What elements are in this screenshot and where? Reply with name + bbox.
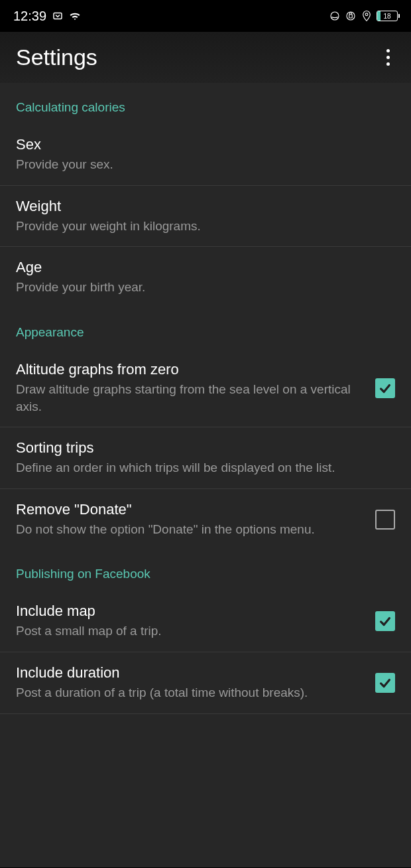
notification-icon xyxy=(52,10,64,22)
battery-percent: 18 xyxy=(383,13,390,20)
svg-point-1 xyxy=(331,12,339,20)
battery-indicator: 18 xyxy=(377,11,398,21)
svg-rect-3 xyxy=(349,15,353,18)
section-header-calories: Calculating calories xyxy=(0,83,411,124)
setting-desc: Post a small map of a trip. xyxy=(16,622,365,640)
setting-desc: Do not show the option "Donate" in the o… xyxy=(16,521,365,538)
clock: 12:39 xyxy=(13,9,46,24)
setting-row-include-duration[interactable]: Include duration Post a duration of a tr… xyxy=(0,652,411,714)
more-options-button[interactable] xyxy=(381,44,395,71)
status-right: 18 xyxy=(329,10,398,22)
location-icon xyxy=(361,10,373,22)
setting-title: Weight xyxy=(16,198,395,215)
setting-row-include-map[interactable]: Include map Post a small map of a trip. xyxy=(0,591,411,652)
setting-desc: Define an order in which trips will be d… xyxy=(16,459,395,476)
settings-content[interactable]: Calculating calories Sex Provide your se… xyxy=(0,83,411,867)
section-header-appearance: Appearance xyxy=(0,308,411,349)
setting-title: Age xyxy=(16,259,395,276)
setting-title: Sorting trips xyxy=(16,439,395,457)
rotation-lock-icon xyxy=(345,10,357,22)
setting-row-weight[interactable]: Weight Provide your weight in kilograms. xyxy=(0,186,411,248)
setting-row-sorting[interactable]: Sorting trips Define an order in which t… xyxy=(0,427,411,489)
setting-row-sex[interactable]: Sex Provide your sex. xyxy=(0,124,411,186)
section-header-facebook: Publishing on Facebook xyxy=(0,549,411,591)
svg-point-2 xyxy=(347,12,355,20)
data-icon xyxy=(329,10,341,22)
setting-row-age[interactable]: Age Provide your birth year. xyxy=(0,247,411,308)
svg-rect-0 xyxy=(54,13,62,19)
page-title: Settings xyxy=(16,44,97,70)
checkbox-duration[interactable] xyxy=(375,673,395,693)
status-left: 12:39 xyxy=(13,9,81,24)
setting-desc: Provide your sex. xyxy=(16,156,395,173)
setting-title: Altitude graphs from zero xyxy=(16,361,365,378)
status-bar: 12:39 18 xyxy=(0,0,411,32)
setting-desc: Provide your weight in kilograms. xyxy=(16,218,395,235)
setting-desc: Provide your birth year. xyxy=(16,279,395,296)
setting-title: Include duration xyxy=(16,664,365,682)
setting-row-altitude[interactable]: Altitude graphs from zero Draw altitude … xyxy=(0,349,411,427)
checkbox-donate[interactable] xyxy=(375,510,395,530)
setting-title: Include map xyxy=(16,603,365,620)
app-header: Settings xyxy=(0,32,411,83)
setting-row-donate[interactable]: Remove "Donate" Do not show the option "… xyxy=(0,489,411,550)
setting-title: Remove "Donate" xyxy=(16,501,365,518)
svg-point-4 xyxy=(365,13,368,16)
checkbox-altitude[interactable] xyxy=(375,378,395,398)
checkbox-map[interactable] xyxy=(375,611,395,631)
setting-desc: Draw altitude graphs starting from the s… xyxy=(16,381,365,415)
setting-title: Sex xyxy=(16,136,395,153)
wifi-icon xyxy=(69,10,81,22)
setting-desc: Post a duration of a trip (a total time … xyxy=(16,684,365,701)
